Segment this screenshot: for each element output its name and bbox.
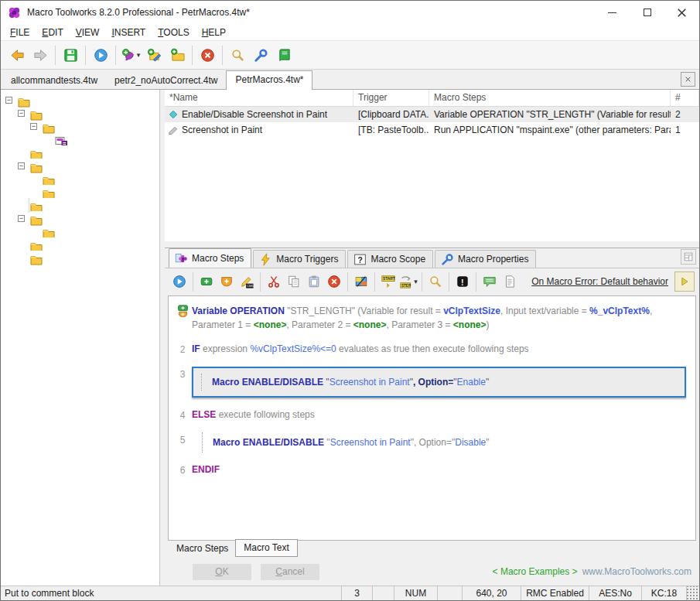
tree-expander[interactable]: − [30,123,37,130]
menu-file[interactable]: FILE [4,26,36,39]
cancel-button[interactable]: Cancel [261,564,319,580]
macro-step-3[interactable]: 3Macro ENABLE/DISABLE "Screenshot in Pai… [173,367,689,398]
new-macro-button[interactable]: ▾ [119,43,142,67]
tree-item-web-links[interactable]: −Web Links [1,159,159,172]
close-document-button[interactable] [681,72,695,87]
editor-view-tabs: Macro StepsMacro Text [165,541,699,558]
tree-item-phrases[interactable]: Phrases [1,238,159,251]
cut-step-button[interactable] [264,271,284,292]
macro-step-1[interactable]: Variable OPERATION "STR_LENGTH" (Variabl… [173,304,689,332]
status-cells: 3NUM640, 20RMC EnabledAES:NoKC:18 [341,586,686,600]
tree-item-screenshots[interactable]: Screenshots [1,199,159,212]
text-view-button[interactable] [500,271,520,292]
add-step-button[interactable] [196,271,217,292]
tree-expander[interactable]: − [18,162,25,169]
bolt-icon [259,253,272,266]
comment-button[interactable] [480,271,500,292]
tree-item-clipboard-macros[interactable]: Clipboard Macros [1,251,159,265]
maximize-button[interactable] [630,1,664,24]
new-macro-wizard-button[interactable] [142,43,166,67]
on-error-action-button[interactable] [674,271,695,292]
step-text: IF expression %vClpTextSize%<=0 evaluate… [192,342,689,356]
paste-step-button[interactable] [304,271,324,292]
ok-button[interactable]: OK [193,564,251,580]
back-button[interactable] [5,43,29,67]
macro-count-cell: 2 [671,109,699,120]
add-step-special-button[interactable] [217,271,237,292]
column-header-trigger[interactable]: Trigger [353,90,429,106]
tab-macro-properties[interactable]: Macro Properties [435,250,536,268]
horizontal-splitter[interactable] [165,241,699,248]
resize-grip[interactable] [686,586,699,600]
edit-step-button[interactable] [351,271,371,292]
menu-help[interactable]: HELP [196,26,232,39]
on-macro-error-link[interactable]: On Macro Error: Default behavior [531,276,668,287]
debug-button[interactable]: ! [452,271,473,292]
delete-step-button[interactable] [324,271,344,292]
record-start-button[interactable]: START [378,271,398,292]
macro-step-6[interactable]: 6ENDIF [173,463,689,477]
macro-step-5[interactable]: 5Macro ENABLE/DISABLE "Screenshot in Pai… [173,432,689,452]
tab-macro-steps[interactable]: Macro Steps [169,248,251,268]
tree-item-all-macros[interactable]: −All Macros [1,94,159,107]
tab-macro-scope[interactable]: ?Macro Scope [347,250,433,268]
copy-step-button[interactable] [284,271,304,292]
footer-links: < Macro Examples > www.MacroToolworks.co… [493,566,691,577]
tree-item-pastetoolbar[interactable]: PasteToolbar [1,225,159,238]
tree-item-padurls[interactable]: PadURLs [1,186,159,199]
macro-step-4[interactable]: 4ELSE execute following steps [173,408,689,422]
find-step-button[interactable] [425,271,446,292]
tree-expander[interactable]: − [5,97,12,104]
minimize-button[interactable] [595,1,630,24]
save-button[interactable] [59,43,82,67]
find-button[interactable] [226,43,249,67]
tab-macro-triggers[interactable]: Macro Triggers [253,250,346,268]
menu-view[interactable]: VIEW [70,26,106,39]
menu-edit[interactable]: EDIT [36,26,69,39]
macro-row-2[interactable]: Screenshot in Paint[TB: PasteToolb...Run… [165,122,699,138]
run-macro-button[interactable] [169,271,190,292]
panel-tab-label: Macro Scope [370,254,425,265]
newgroup-icon [170,48,185,63]
new-group-button[interactable] [166,43,189,67]
macro-step-2[interactable]: 2IF expression %vClpTextSize%<=0 evaluat… [173,342,689,357]
del-icon [327,275,341,289]
column-header-name[interactable]: *Name [165,90,353,106]
add-free-command-button[interactable]: CMD [237,271,257,292]
tree-item-toolbars[interactable]: −Toolbars [1,107,159,120]
options-button[interactable] [249,43,272,67]
tree-item-mtwfiles-cz-ftp[interactable]: MTWFiles.CZ:FTP [1,133,159,146]
tree-expander[interactable]: − [18,215,25,222]
run-macro-button[interactable] [89,43,112,67]
tab-macro-steps[interactable]: Macro Steps [169,541,235,556]
macro-row-1[interactable]: Enable/Disable Screenshot in Paint[Clipb… [165,107,699,122]
macro-examples-link[interactable]: < Macro Examples > [493,566,578,577]
file-tab-3[interactable]: PetrMacros.4tw* [226,70,312,90]
tab-macro-text[interactable]: Macro Text [235,539,297,557]
file-tab-1[interactable]: allcommandtests.4tw [2,72,106,89]
delete-button[interactable] [196,43,219,67]
caret-down-icon[interactable]: ▾ [414,278,418,285]
website-link[interactable]: www.MacroToolworks.com [582,566,691,577]
tree-item-file-management[interactable]: File Management [1,146,159,159]
tree-item-shareware-sites[interactable]: Shareware Sites [1,172,159,186]
tree-item-toolbars[interactable]: −Toolbars [1,212,159,225]
dock-layout-button[interactable] [681,249,696,265]
tree-expander[interactable]: − [18,110,25,117]
menu-tools[interactable]: TOOLS [152,26,195,39]
step-number: 2 [173,342,192,357]
toolbar-separator [476,272,476,292]
close-button[interactable] [664,1,699,24]
file-tab-2[interactable]: petr2_noAutoCorrect.4tw [106,72,226,89]
forward-button[interactable] [29,43,52,67]
addcmd-icon: CMD [240,275,254,289]
tree-item-winscp[interactable]: −WinSCP [1,120,159,133]
menu-insert[interactable]: INSERT [105,26,152,39]
status-cell-spacer [437,586,462,600]
help-button[interactable] [272,43,295,67]
caret-down-icon[interactable]: ▾ [137,51,141,59]
record-steps-button[interactable]: STEP▾ [398,271,418,292]
toolbar-separator [374,272,375,292]
column-header-macrosteps[interactable]: Macro Steps [429,90,671,106]
column-header-#[interactable]: # [671,90,699,106]
